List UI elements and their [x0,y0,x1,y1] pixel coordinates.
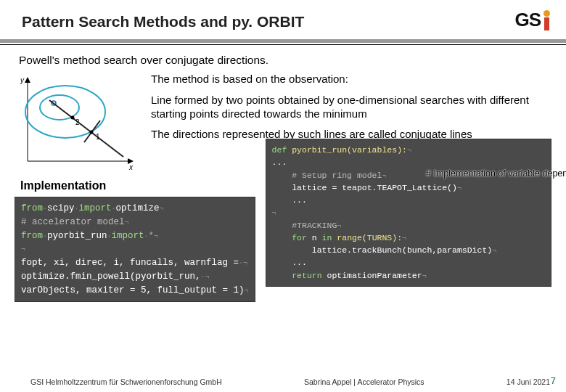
footer-org: GSI Helmholtzzentrum für Schwerionenfors… [30,377,222,386]
footer-date: 14 Juni 2021 [506,377,550,386]
svg-text:1: 1 [96,133,100,141]
slide-title: Pattern Search Methods and py. ORBIT [22,13,544,30]
code-token: range(TURNS): [337,233,402,242]
diagram-svg: y x 1 2 [15,73,138,173]
code-comment: #TRACKING [272,221,337,230]
svg-text:y: y [20,76,25,84]
code-token: in [322,233,332,242]
gsi-logo: GS [514,9,550,31]
slide-content: Powell's method search over conjugate di… [0,45,566,302]
code-line: lattice.trackBunch(bunch,paramsDict) [272,245,493,255]
logo-text: GS [514,9,541,31]
code-comment: # Setup ring model [272,171,382,180]
code-token: import [79,203,112,213]
code-line: optimize.fmin_powell(pyorbit_run, [21,271,201,282]
conjugate-diagram: y x 1 2 [15,73,138,175]
powell-description: Powell's method search over conjugate di… [19,54,551,67]
code-block-scipy: from·scipy·import·optimize¬ # accelerato… [15,197,255,302]
logo-dot-icon [544,10,550,17]
code-line: ... [272,195,307,205]
code-token: * [149,231,155,241]
code-token: pyorbit_run [47,231,107,241]
code-token: import [112,231,144,241]
svg-point-14 [71,116,75,120]
code-comment: # accelerator model [21,217,125,227]
page-number: 7 [551,375,556,386]
observation-heading: The method is based on the observation: [151,73,551,86]
slide-header: Pattern Search Methods and py. ORBIT GS [0,0,566,36]
code-line: varObjects, maxiter = 5, full_output = 1… [21,285,245,295]
code-token: from [21,231,43,241]
code-token: pyorbit_run(variables): [292,145,407,155]
footer-author: Sabrina Appel | Accelerator Physics [304,377,424,386]
code-line: lattice = teapot.TEAPOT_Lattice() [272,183,457,192]
logo-i-icon [544,10,550,30]
code-line: ... [272,258,307,267]
code-line: fopt, xi, direc, i, funcalls, warnflag = [21,258,239,268]
implementation-note: # Implementation of variable depending m… [426,168,542,179]
left-col: Implementation from·scipy·import·optimiz… [15,175,255,302]
title-divider-thick [0,39,566,43]
implementation-heading: Implementation [20,179,255,192]
svg-text:2: 2 [75,118,80,126]
code-token: scipy [47,203,75,213]
svg-point-12 [90,131,94,134]
code-token: from [21,203,43,213]
observation-body: Line formed by two points obtained by on… [151,94,551,121]
code-line: ... [272,158,287,167]
svg-text:x: x [128,163,134,171]
code-token: def [272,145,287,155]
code-token: optimize [116,203,160,213]
code-token: for [272,233,307,242]
code-row: Implementation from·scipy·import·optimiz… [15,175,551,302]
code-block-pyorbit: def pyorbit_run(variables):¬ ... # Setup… [266,139,551,287]
code-token: n [312,233,317,242]
code-token: optimationParameter [327,271,422,280]
slide-footer: GSI Helmholtzzentrum für Schwerionenfors… [0,377,566,386]
code-token: return [272,271,322,280]
logo-stem-icon [544,17,549,30]
